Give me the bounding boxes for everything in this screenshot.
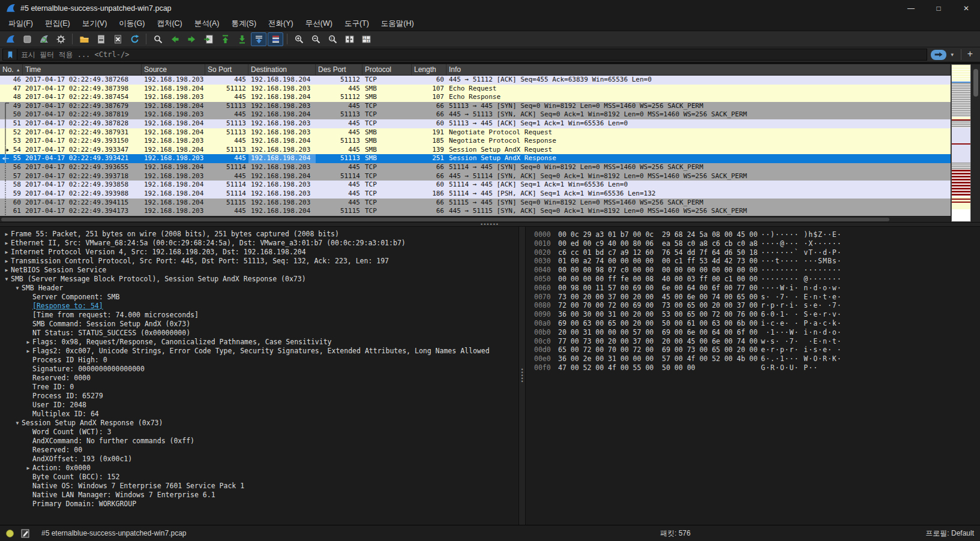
detail-line[interactable]: ▶Frame 55: Packet, 251 bytes on wire (20… — [0, 230, 519, 239]
hex-row[interactable]: 009036 00 30 00 31 00 20 00 53 00 65 00 … — [534, 310, 980, 319]
minimize-button[interactable]: — — [897, 0, 925, 17]
detail-line[interactable]: ▼SMB (Server Message Block Protocol), Se… — [0, 275, 519, 284]
expand-right-icon[interactable]: ▶ — [24, 338, 32, 347]
column-header-protocol[interactable]: Protocol — [362, 64, 412, 75]
detail-line[interactable]: ▶Flags2: 0xc007, Unicode Strings, Error … — [0, 347, 519, 356]
expand-right-icon[interactable]: ▶ — [2, 230, 11, 239]
menu-statistics[interactable]: 통계(S) — [225, 17, 262, 31]
detail-line[interactable]: Byte Count (BCC): 152 — [0, 473, 519, 482]
go-back-button[interactable] — [167, 32, 182, 46]
go-to-packet-button[interactable] — [200, 32, 216, 46]
filter-bookmark-button[interactable] — [2, 49, 17, 61]
menu-wireless[interactable]: 무선(W) — [299, 17, 338, 31]
packet-row[interactable]: 552017-04-17 02:22:49.393421192.168.198.… — [0, 154, 951, 163]
detail-line[interactable]: NT Status: STATUS_SUCCESS (0x00000000) — [0, 329, 519, 338]
packet-list-hscrollbar[interactable] — [0, 216, 951, 222]
go-first-packet-button[interactable] — [217, 32, 233, 46]
filter-apply-button[interactable] — [931, 50, 946, 60]
packet-row[interactable]: 612017-04-17 02:22:49.394173192.168.198.… — [0, 207, 951, 216]
detail-line[interactable]: ▶Flags: 0x98, Request/Response, Canonica… — [0, 338, 519, 347]
expand-down-icon[interactable]: ▼ — [2, 275, 11, 284]
zoom-out-button[interactable] — [308, 32, 323, 46]
menu-view[interactable]: 보기(V) — [76, 17, 113, 31]
packet-row[interactable]: 562017-04-17 02:22:49.393655192.168.198.… — [0, 163, 951, 172]
hex-row[interactable]: 003001 00 a2 74 00 00 00 00 00 c1 ff 53 … — [534, 257, 980, 266]
detail-line[interactable]: SMB Command: Session Setup AndX (0x73) — [0, 320, 519, 329]
column-header-so-port[interactable]: So Port — [205, 64, 248, 75]
detail-line[interactable]: ▶Ethernet II, Src: VMware_68:24:5a (00:0… — [0, 239, 519, 248]
detail-line[interactable]: Native LAN Manager: Windows 7 Enterprise… — [0, 491, 519, 500]
detail-line[interactable]: Tree ID: 0 — [0, 383, 519, 392]
horizontal-splitter[interactable]: •••••• — [0, 222, 980, 227]
detail-line[interactable]: Primary Domain: WORKGROUP — [0, 500, 519, 509]
status-profile[interactable]: 프로필: Default — [925, 528, 974, 539]
hex-row[interactable]: 00a069 00 63 00 65 00 20 00 50 00 61 00 … — [534, 319, 980, 328]
menu-file[interactable]: 파일(F) — [2, 17, 39, 31]
open-file-button[interactable] — [76, 32, 92, 46]
packet-row[interactable]: 522017-04-17 02:22:49.387931192.168.198.… — [0, 128, 951, 137]
detail-line[interactable]: ▶Transmission Control Protocol, Src Port… — [0, 257, 519, 266]
detail-line[interactable]: Server Component: SMB — [0, 293, 519, 302]
detail-line[interactable]: Process ID High: 0 — [0, 356, 519, 365]
column-header-no[interactable]: No.▲ — [0, 64, 23, 75]
packet-row[interactable]: 532017-04-17 02:22:49.393150192.168.198.… — [0, 137, 951, 146]
hex-row[interactable]: 00e036 00 2e 00 31 00 00 00 57 00 4f 00 … — [534, 354, 980, 363]
hex-row[interactable]: 0020c6 cc 01 bd c7 a9 12 60 76 54 dd 7f … — [534, 248, 980, 257]
expert-info-icon[interactable] — [6, 530, 14, 537]
vscrollbar-thumb[interactable] — [973, 69, 978, 97]
capture-options-button[interactable] — [53, 32, 68, 46]
menu-tools[interactable]: 도구(T) — [338, 17, 375, 31]
hscrollbar-thumb[interactable] — [1, 218, 889, 221]
reset-layout-button[interactable]: 13 — [358, 32, 374, 46]
hex-row[interactable]: 005000 00 00 00 ff fe 00 08 40 00 03 ff … — [534, 275, 980, 284]
save-file-button[interactable] — [93, 32, 109, 46]
menu-telephony[interactable]: 전화(Y) — [262, 17, 299, 31]
detail-line[interactable]: [Time from request: 74.000 microseconds] — [0, 311, 519, 320]
detail-line[interactable]: ▼SMB Header — [0, 284, 519, 293]
expand-right-icon[interactable]: ▶ — [24, 464, 32, 473]
go-forward-button[interactable] — [184, 32, 199, 46]
column-header-source[interactable]: Source — [142, 64, 205, 75]
reload-file-button[interactable] — [127, 32, 142, 46]
expand-right-icon[interactable]: ▶ — [2, 266, 11, 275]
packet-row[interactable]: 502017-04-17 02:22:49.387819192.168.198.… — [0, 110, 951, 119]
hex-row[interactable]: 000000 0c 29 a3 01 b7 00 0c 29 68 24 5a … — [534, 230, 980, 239]
detail-line[interactable]: Reserved: 00 — [0, 446, 519, 455]
display-filter-input[interactable] — [17, 49, 927, 61]
hex-row[interactable]: 00f047 00 52 00 4f 00 55 00 50 00 00G·R·… — [534, 363, 980, 372]
go-last-packet-button[interactable] — [234, 32, 250, 46]
detail-line[interactable]: AndXCommand: No further commands (0xff) — [0, 437, 519, 446]
close-button[interactable]: ✕ — [952, 0, 980, 17]
menu-help[interactable]: 도움말(H) — [375, 17, 420, 31]
hex-row[interactable]: 001000 ed 00 c9 40 00 80 06 ea 58 c0 a8 … — [534, 239, 980, 248]
stop-capture-button[interactable] — [19, 32, 35, 46]
packet-row[interactable]: 602017-04-17 02:22:49.394115192.168.198.… — [0, 199, 951, 208]
auto-scroll-button[interactable] — [251, 32, 266, 46]
colorize-packets-button[interactable] — [268, 32, 283, 46]
resize-columns-button[interactable] — [341, 32, 357, 46]
detail-line[interactable]: User ID: 2048 — [0, 401, 519, 410]
expand-right-icon[interactable]: ▶ — [2, 257, 11, 266]
detail-line[interactable]: ▶Action: 0x0000 — [0, 464, 519, 473]
hex-row[interactable]: 008072 00 70 00 72 00 69 00 73 00 65 00 … — [534, 301, 980, 310]
hex-row[interactable]: 006000 98 00 11 57 00 69 00 6e 00 64 00 … — [534, 284, 980, 293]
hex-row[interactable]: 00d065 00 72 00 70 00 72 00 69 00 73 00 … — [534, 345, 980, 354]
column-header-time[interactable]: Time — [23, 64, 142, 75]
column-header-des-port[interactable]: Des Port — [316, 64, 362, 75]
packet-row[interactable]: 572017-04-17 02:22:49.393718192.168.198.… — [0, 172, 951, 181]
maximize-button[interactable]: □ — [925, 0, 952, 17]
packet-row[interactable]: 512017-04-17 02:22:49.387828192.168.198.… — [0, 119, 951, 128]
menu-go[interactable]: 이동(G) — [113, 17, 151, 31]
column-header-info[interactable]: Info — [446, 64, 951, 75]
detail-line[interactable]: Word Count (WCT): 3 — [0, 428, 519, 437]
detail-line[interactable]: Process ID: 65279 — [0, 392, 519, 401]
column-header-destination[interactable]: Destination — [248, 64, 316, 75]
expand-right-icon[interactable]: ▶ — [2, 248, 11, 257]
packet-row[interactable]: 542017-04-17 02:22:49.393347192.168.198.… — [0, 146, 951, 155]
detail-line[interactable]: [Response to: 54] — [0, 302, 519, 311]
close-file-button[interactable] — [110, 32, 125, 46]
detail-line[interactable]: Multiplex ID: 64 — [0, 410, 519, 419]
zoom-in-button[interactable] — [291, 32, 307, 46]
packet-list-vscrollbar[interactable] — [972, 64, 980, 222]
filter-dropdown-button[interactable]: ▼ — [948, 52, 957, 58]
